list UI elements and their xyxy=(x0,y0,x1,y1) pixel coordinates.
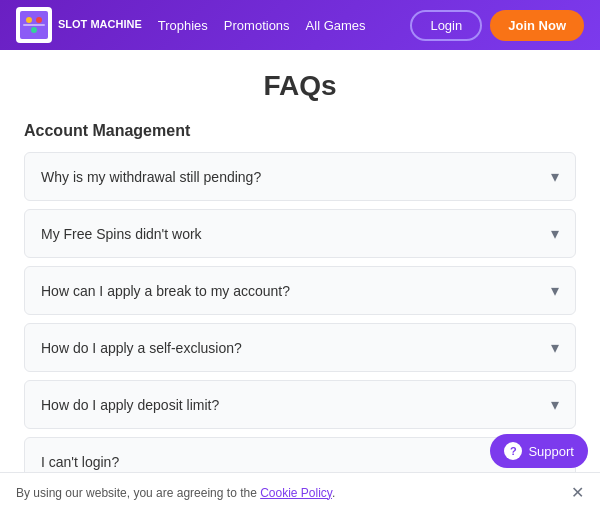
faq-question: Why is my withdrawal still pending? xyxy=(41,169,261,185)
chevron-down-icon: ▾ xyxy=(551,224,559,243)
faq-question: I can't login? xyxy=(41,454,119,470)
section-title: Account Management xyxy=(24,122,576,140)
header-left: SLOT MACHINE Trophies Promotions All Gam… xyxy=(16,7,366,43)
nav: Trophies Promotions All Games xyxy=(158,18,366,33)
svg-point-3 xyxy=(31,27,37,33)
cookie-text: By using our website, you are agreeing t… xyxy=(16,486,335,500)
chevron-down-icon: ▾ xyxy=(551,338,559,357)
svg-point-1 xyxy=(26,17,32,23)
nav-promotions[interactable]: Promotions xyxy=(224,18,290,33)
support-icon: ? xyxy=(504,442,522,460)
logo-text: SLOT MACHINE xyxy=(58,18,142,31)
logo-icon xyxy=(16,7,52,43)
login-button[interactable]: Login xyxy=(410,10,482,41)
cookie-message: By using our website, you are agreeing t… xyxy=(16,486,335,500)
support-button[interactable]: ? Support xyxy=(490,434,588,468)
page-title: FAQs xyxy=(24,70,576,102)
nav-all-games[interactable]: All Games xyxy=(306,18,366,33)
chevron-down-icon: ▾ xyxy=(551,167,559,186)
chevron-down-icon: ▾ xyxy=(551,281,559,300)
logo: SLOT MACHINE xyxy=(16,7,142,43)
cookie-close-button[interactable]: ✕ xyxy=(571,483,584,502)
support-label: Support xyxy=(528,444,574,459)
svg-point-2 xyxy=(36,17,42,23)
faq-question: How do I apply deposit limit? xyxy=(41,397,219,413)
faq-item[interactable]: How do I apply a self-exclusion?▾ xyxy=(24,323,576,372)
cookie-policy-link[interactable]: Cookie Policy xyxy=(260,486,332,500)
header: SLOT MACHINE Trophies Promotions All Gam… xyxy=(0,0,600,50)
header-right: Login Join Now xyxy=(410,10,584,41)
faq-item[interactable]: My Free Spins didn't work▾ xyxy=(24,209,576,258)
faq-item[interactable]: Why is my withdrawal still pending?▾ xyxy=(24,152,576,201)
faq-item[interactable]: How can I apply a break to my account?▾ xyxy=(24,266,576,315)
faq-question: How can I apply a break to my account? xyxy=(41,283,290,299)
chevron-down-icon: ▾ xyxy=(551,395,559,414)
cookie-banner: By using our website, you are agreeing t… xyxy=(0,472,600,512)
join-button[interactable]: Join Now xyxy=(490,10,584,41)
faq-question: My Free Spins didn't work xyxy=(41,226,202,242)
faq-question: How do I apply a self-exclusion? xyxy=(41,340,242,356)
svg-rect-4 xyxy=(23,24,45,26)
nav-trophies[interactable]: Trophies xyxy=(158,18,208,33)
faq-item[interactable]: How do I apply deposit limit?▾ xyxy=(24,380,576,429)
